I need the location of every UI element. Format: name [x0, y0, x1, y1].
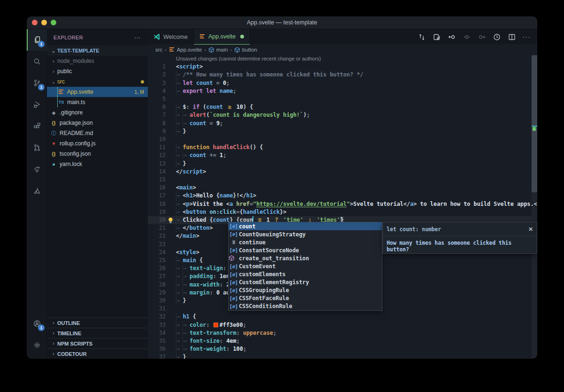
breadcrumb-src[interactable]: src: [155, 47, 162, 53]
suggest-item-customelements[interactable]: [∅]customElements: [229, 271, 382, 279]
code-line-7[interactable]: 7→→alert(`count is dangerously high!`);: [148, 111, 532, 119]
suggest-item-cssfontfacerule[interactable]: [∅]CSSFontFaceRule: [229, 294, 382, 302]
tree-item-yarn-lock[interactable]: ●yarn.lock: [47, 159, 148, 169]
code-line-16[interactable]: 16<main>: [148, 184, 532, 192]
suggest-item-create_out_transition[interactable]: create_out_transition: [229, 254, 382, 262]
code-line-9[interactable]: 9→}: [148, 128, 532, 136]
code-line-36[interactable]: 36→→font-weight: 100;: [148, 345, 532, 353]
minimize-window-button[interactable]: [41, 20, 47, 25]
project-root-folder[interactable]: ⌄ TEST-TEMPLATE: [47, 45, 148, 56]
code-line-17[interactable]: 17→<h1>Hello {name}!</h1>: [148, 192, 532, 200]
activity-pull-requests-icon[interactable]: [27, 137, 47, 158]
compare-changes-button[interactable]: [416, 31, 427, 43]
code-text: →let count = 0;: [166, 79, 532, 87]
line-number: 6: [148, 103, 166, 111]
code-line-12[interactable]: 12→→count += 1;: [148, 151, 532, 159]
breadcrumb-button[interactable]: button: [234, 47, 257, 53]
activity-account-icon[interactable]: 1: [27, 313, 47, 334]
close-icon[interactable]: ✕: [528, 226, 533, 233]
open-preview-button[interactable]: [431, 31, 442, 43]
chevron-down-icon: ⌄: [50, 48, 57, 53]
tree-item-package-json[interactable]: {}package.json: [47, 118, 148, 128]
suggest-item-cssconditionrule[interactable]: [∅]CSSConditionRule: [229, 302, 382, 310]
breadcrumb-app-svelte[interactable]: App.svelte: [169, 47, 202, 53]
activity-live-share-icon[interactable]: [27, 158, 47, 180]
tab-app-svelte[interactable]: App.svelte: [194, 29, 250, 45]
tree-item-label: README.md: [60, 130, 93, 136]
activity-settings-icon[interactable]: [27, 334, 47, 356]
tree-item-readme-md[interactable]: ⓘREADME.md: [47, 128, 148, 138]
symbol-variable-icon: [∅]: [229, 264, 239, 269]
code-line-11[interactable]: 11→function handleClick() {: [148, 143, 532, 151]
code-line-37[interactable]: 37→}: [148, 353, 532, 359]
file-history-button[interactable]: [491, 31, 503, 43]
tree-item-rollup-config-js[interactable]: ▼rollup.config.js: [47, 138, 148, 149]
zoom-window-button[interactable]: [51, 20, 56, 25]
indent-guide: [57, 87, 58, 97]
titlebar[interactable]: App.svelte — test-template: [27, 16, 537, 29]
suggest-item-count[interactable]: [∅]count: [229, 222, 382, 230]
activity-extensions-icon[interactable]: [27, 115, 47, 137]
section-timeline[interactable]: ›TIMELINE: [47, 328, 148, 338]
lightbulb-icon[interactable]: [168, 217, 174, 224]
tab-bar: WelcomeApp.svelte ···: [148, 29, 537, 45]
code-line-35[interactable]: 35→→font-size: 4em;: [148, 337, 532, 345]
suggest-item-constantsourcenode[interactable]: [∅]ConstantSourceNode: [229, 246, 382, 254]
chevron-right-icon: ›: [50, 351, 57, 356]
suggest-item-countqueuingstrategy[interactable]: [∅]CountQueuingStrategy: [229, 230, 382, 238]
code-line-19[interactable]: 19→<button on:click={handleClick}>: [148, 208, 532, 216]
tree-item-node-modules[interactable]: ›node_modules: [47, 56, 148, 66]
suggest-item-customelementregistry[interactable]: [∅]CustomElementRegistry: [229, 279, 382, 286]
code-line-15[interactable]: 15: [148, 176, 532, 184]
sidebar-more-actions[interactable]: ⋯: [134, 34, 141, 41]
editor-scrollbar[interactable]: [532, 55, 537, 359]
suggest-item-customevent[interactable]: [∅]CustomEvent: [229, 262, 382, 270]
section-outline[interactable]: ›OUTLINE: [47, 317, 148, 328]
tree-item-tsconfig-json[interactable]: {}tsconfig.json: [47, 149, 148, 159]
code-text: <main>: [166, 184, 532, 192]
code-line-1[interactable]: 1<script>: [148, 63, 532, 71]
sidebar-title: EXPLORER: [53, 35, 83, 40]
code-line-14[interactable]: 14</script>: [148, 168, 532, 176]
tree-item-label: node_modules: [57, 58, 94, 64]
breadcrumb-main[interactable]: main: [208, 47, 228, 53]
tree-item-app-svelte[interactable]: App.svelte1, M: [47, 87, 148, 97]
code-line-13[interactable]: 13→}: [148, 160, 532, 168]
tree-item--gitignore[interactable]: ◆.gitignore: [47, 107, 148, 118]
code-line-2[interactable]: 2→/** How many times has someone clicked…: [148, 71, 532, 79]
symbol-variable-icon: [∅]: [229, 288, 239, 293]
traffic-lights: [32, 20, 56, 25]
code-line-4[interactable]: 4→export let name;: [148, 87, 532, 95]
activity-source-control-icon[interactable]: 1: [27, 72, 47, 94]
close-window-button[interactable]: [32, 20, 38, 25]
tree-item-src[interactable]: ⌄src: [47, 76, 148, 87]
code-line-8[interactable]: 8→→count = 9;: [148, 120, 532, 128]
suggest-item-continue[interactable]: ≣continue: [229, 238, 382, 246]
tab-welcome[interactable]: Welcome: [148, 29, 194, 45]
code-line-32[interactable]: 32→h1 {: [148, 313, 532, 321]
code-editor[interactable]: Unsaved changes (cannot determine recent…: [148, 55, 537, 359]
code-text: →function handleClick() {: [166, 143, 532, 151]
activity-azure-icon[interactable]: [27, 180, 47, 202]
code-line-6[interactable]: 6→$: if (count ≥ 10) {: [148, 103, 532, 111]
code-line-33[interactable]: 33→→color: #ff3e00;: [148, 321, 532, 329]
code-line-10[interactable]: 10: [148, 136, 532, 143]
tree-item-public[interactable]: ›public: [47, 66, 148, 76]
code-line-18[interactable]: 18→<p>Visit the <a href="https://svelte.…: [148, 200, 532, 208]
code-line-3[interactable]: 3→let count = 0;: [148, 79, 532, 87]
code-line-34[interactable]: 34→→text-transform: uppercase;: [148, 329, 532, 337]
tree-item-main-ts[interactable]: TSmain.ts: [47, 97, 148, 107]
section-codetour[interactable]: ›CODETOUR: [47, 348, 148, 359]
suggest-item-cssgroupingrule[interactable]: [∅]CSSGroupingRule: [229, 286, 382, 294]
activity-explorer-icon[interactable]: 1: [27, 29, 47, 51]
scrollbar-handle[interactable]: [532, 55, 537, 192]
activity-search-icon[interactable]: [27, 51, 47, 72]
code-line-5[interactable]: 5: [148, 95, 532, 103]
badge: 1: [38, 41, 45, 47]
go-previous-change-button[interactable]: [446, 31, 457, 43]
more-actions-button[interactable]: ···: [521, 31, 533, 43]
activity-run-debug-icon[interactable]: [27, 94, 47, 115]
split-editor-button[interactable]: [506, 31, 518, 43]
modified-dot: [240, 35, 244, 38]
section-npm-scripts[interactable]: ›NPM SCRIPTS: [47, 338, 148, 348]
